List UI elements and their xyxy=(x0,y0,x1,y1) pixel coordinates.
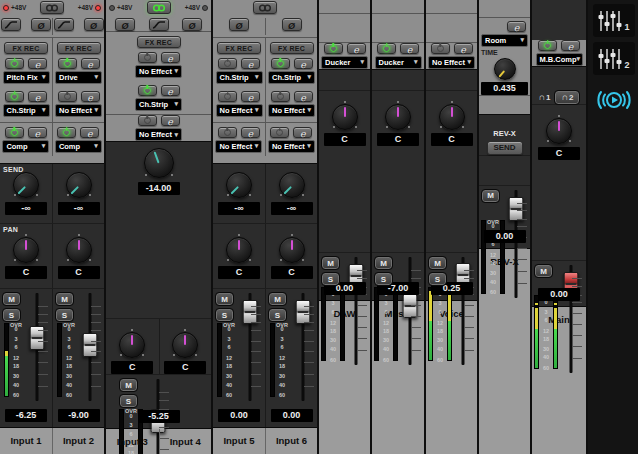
fx2-edit-button-input2[interactable] xyxy=(81,91,100,102)
pan-knob-main[interactable] xyxy=(546,118,572,144)
fx-rec-button-input1[interactable]: FX REC xyxy=(4,42,48,54)
send-knob-input2[interactable] xyxy=(66,172,92,198)
revx-send-button[interactable]: SEND xyxy=(487,141,523,155)
mute-button-input-3-4[interactable]: M xyxy=(120,379,137,391)
pan-knob-input1[interactable] xyxy=(13,237,39,263)
fx3-edit-button-input-3-4[interactable] xyxy=(161,115,180,126)
fx1-edit-button-input2[interactable] xyxy=(81,58,100,69)
revx-type-select[interactable]: Room xyxy=(481,34,528,47)
pan-knob-voice[interactable] xyxy=(439,104,465,130)
pan-knob-input2[interactable] xyxy=(66,237,92,263)
phase-button-input2[interactable] xyxy=(84,18,104,31)
fx1-select-input6[interactable]: Ch.Strip xyxy=(268,71,315,84)
solo-button-music[interactable]: S xyxy=(375,273,392,285)
fader-main[interactable] xyxy=(561,265,581,373)
stereo-link-button-1-2[interactable] xyxy=(40,1,64,14)
pan-knob-input4[interactable] xyxy=(172,332,198,358)
fx3-edit-button-input1[interactable] xyxy=(28,127,47,138)
fx-rec-button-input2[interactable]: FX REC xyxy=(57,42,101,54)
fx3-select-voice[interactable]: No Effect xyxy=(428,56,475,69)
fx3-edit-button-main[interactable] xyxy=(561,40,580,51)
fader-input2[interactable] xyxy=(80,293,100,401)
solo-button-input5[interactable]: S xyxy=(216,309,233,321)
mute-button-main[interactable]: M xyxy=(535,265,552,277)
fx3-power-button-input-3-4[interactable] xyxy=(138,115,157,126)
fx3-power-button-input2[interactable] xyxy=(57,127,76,138)
fx1-select-input-3-4[interactable]: No Effect xyxy=(135,65,182,78)
fx3-select-main[interactable]: M.B.Comp xyxy=(536,53,583,66)
fx2-power-button-input-3-4[interactable] xyxy=(138,85,157,96)
fader-voice[interactable] xyxy=(453,257,473,365)
fx3-power-button-daw[interactable] xyxy=(324,43,343,54)
fx3-edit-button-music[interactable] xyxy=(400,43,419,54)
fx3-select-input1[interactable]: Comp xyxy=(2,140,49,153)
phase-button-input3[interactable] xyxy=(115,18,135,31)
mute-button-input5[interactable]: M xyxy=(216,293,233,305)
fx2-edit-button-input-3-4[interactable] xyxy=(161,85,180,96)
solo-button-input2[interactable]: S xyxy=(56,309,73,321)
fx1-edit-button-input6[interactable] xyxy=(294,58,313,69)
fx1-select-input5[interactable]: Ch.Strip xyxy=(216,71,263,84)
fx-rec-button-input5[interactable]: FX REC xyxy=(217,42,261,54)
fx1-power-button-input-3-4[interactable] xyxy=(138,52,157,63)
fx1-power-button-input6[interactable] xyxy=(271,58,290,69)
send-knob-input5[interactable] xyxy=(226,172,252,198)
fx1-select-input2[interactable]: Drive xyxy=(55,71,102,84)
fx2-edit-button-input5[interactable] xyxy=(241,91,260,102)
fx3-power-button-main[interactable] xyxy=(538,40,557,51)
mute-button-input2[interactable]: M xyxy=(56,293,73,305)
fader-handle-input6[interactable] xyxy=(296,300,311,324)
fx3-power-button-input6[interactable] xyxy=(270,127,289,138)
fx3-select-input2[interactable]: Comp xyxy=(55,140,102,153)
phase-button-input1[interactable] xyxy=(31,18,51,31)
pan-knob-input5[interactable] xyxy=(226,237,252,263)
fx2-select-input1[interactable]: Ch.Strip xyxy=(3,104,50,117)
send-knob-input6[interactable] xyxy=(279,172,305,198)
fx2-select-input6[interactable]: No Effect xyxy=(268,104,315,117)
fx2-edit-button-input6[interactable] xyxy=(294,91,313,102)
fx3-edit-button-voice[interactable] xyxy=(454,43,473,54)
fader-daw[interactable] xyxy=(346,257,366,365)
fx3-edit-button-input2[interactable] xyxy=(80,127,99,138)
stereo-link-button-5-6[interactable] xyxy=(253,1,277,14)
hpf-button-input2[interactable] xyxy=(54,18,74,31)
fx2-select-input-3-4[interactable]: Ch.Strip xyxy=(135,98,182,111)
mute-button-music[interactable]: M xyxy=(375,257,392,269)
fader-input5[interactable] xyxy=(240,293,260,401)
fx2-select-input2[interactable]: No Effect xyxy=(55,104,102,117)
hpf-button-input-3-4[interactable] xyxy=(149,18,169,31)
phase-button-input5[interactable] xyxy=(229,18,249,31)
hpf-button-input1[interactable] xyxy=(1,18,21,31)
solo-button-input-3-4[interactable]: S xyxy=(120,395,137,407)
send-knob-input-3-4[interactable] xyxy=(144,148,174,178)
fx3-select-input5[interactable]: No Effect xyxy=(215,140,262,153)
revx-time-knob[interactable] xyxy=(494,58,516,80)
pan-knob-daw[interactable] xyxy=(332,104,358,130)
fx3-power-button-input1[interactable] xyxy=(5,127,24,138)
phones-1-indicator[interactable]: 1 xyxy=(539,92,551,102)
fx3-select-input6[interactable]: No Effect xyxy=(268,140,315,153)
solo-button-input6[interactable]: S xyxy=(269,309,286,321)
fx3-select-music[interactable]: Ducker xyxy=(375,56,422,69)
solo-button-daw[interactable]: S xyxy=(322,273,339,285)
fader-handle-input2[interactable] xyxy=(83,333,98,357)
fader-music[interactable] xyxy=(400,257,420,365)
fx-rec-button-input-3-4[interactable]: FX REC xyxy=(137,36,181,48)
send-knob-input1[interactable] xyxy=(13,172,39,198)
pan-knob-music[interactable] xyxy=(385,104,411,130)
fader-input6[interactable] xyxy=(293,293,313,401)
fx1-power-button-input2[interactable] xyxy=(58,58,77,69)
fx1-edit-button-input-3-4[interactable] xyxy=(161,52,180,63)
mute-button-revx[interactable]: M xyxy=(482,190,499,202)
mute-button-voice[interactable]: M xyxy=(429,257,446,269)
fx2-power-button-input1[interactable] xyxy=(5,91,24,102)
mix-tab-2[interactable]: 2 xyxy=(593,42,635,75)
fx3-select-daw[interactable]: Ducker xyxy=(321,56,368,69)
solo-button-voice[interactable]: S xyxy=(429,273,446,285)
fader-handle-revx[interactable] xyxy=(509,197,524,221)
phase-button-input6[interactable] xyxy=(282,18,302,31)
fx2-power-button-input5[interactable] xyxy=(218,91,237,102)
fx1-edit-button-input5[interactable] xyxy=(241,58,260,69)
loopback-button[interactable] xyxy=(593,89,635,111)
fx1-power-button-input5[interactable] xyxy=(218,58,237,69)
